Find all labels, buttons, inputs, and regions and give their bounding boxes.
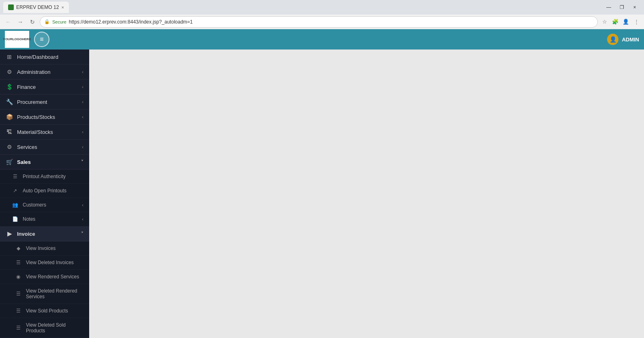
sidebar-item-label: View Invoices — [26, 245, 83, 251]
browser-actions: ☆ 🧩 👤 ⋮ — [600, 17, 641, 26]
user-name: ADMIN — [622, 37, 639, 43]
window-controls: — ❐ × — [603, 2, 641, 12]
products-icon: 📦 — [6, 114, 13, 120]
bookmark-icon[interactable]: ☆ — [600, 17, 609, 26]
sidebar-item-view-rendered-services[interactable]: ◉ View Rendered Services — [0, 270, 89, 284]
reload-button[interactable]: ↻ — [28, 17, 37, 27]
browser-tab[interactable]: ERPREV DEMO 12 × — [3, 2, 69, 13]
browser-chrome: ERPREV DEMO 12 × — ❐ × ← → ↻ 🔒 Secure ht… — [0, 0, 644, 29]
maximize-button[interactable]: ❐ — [616, 2, 628, 12]
sidebar-item-notes[interactable]: 📄 Notes ‹ — [0, 212, 89, 226]
invoice-expand-icon: ▶ — [6, 230, 13, 237]
finance-icon: 💲 — [6, 84, 13, 90]
hamburger-button[interactable]: ≡ — [34, 32, 49, 47]
sidebar-item-label: View Deleted Sold Products — [26, 322, 83, 334]
content-area — [89, 50, 644, 338]
sidebar-item-view-invoices[interactable]: ◆ View Invoices — [0, 241, 89, 256]
chevron-down-icon: ˅ — [81, 231, 83, 237]
view-invoices-icon: ◆ — [15, 245, 22, 251]
procurement-icon: 🔧 — [6, 99, 13, 105]
chevron-icon: ‹ — [82, 202, 83, 207]
sidebar-item-administration[interactable]: ⚙ Administration ‹ — [0, 65, 89, 80]
sales-icon: 🛒 — [6, 159, 13, 165]
sidebar-item-customers[interactable]: 👥 Customers ‹ — [0, 198, 89, 212]
sidebar-item-label: Auto Open Printouts — [23, 188, 83, 194]
auto-open-icon: ↗ — [11, 188, 19, 194]
extensions-icon[interactable]: 🧩 — [611, 17, 620, 26]
tab-title: ERPREV DEMO 12 — [16, 4, 59, 10]
sidebar-item-printout-authenticity[interactable]: ☰ Printout Authenticity — [0, 170, 89, 184]
sidebar-item-label: Printout Authenticity — [23, 174, 83, 179]
chevron-icon: ‹ — [82, 217, 83, 222]
browser-controls: ← → ↻ 🔒 Secure https://demo12.erprev.com… — [0, 15, 644, 29]
sidebar-item-label: Material/Stocks — [17, 129, 78, 135]
chevron-icon: ‹ — [82, 114, 83, 119]
sidebar-item-view-sold-products[interactable]: ☰ View Sold Products — [0, 304, 89, 318]
app-container: YOUR LOGO HERE ≡ 👤 ADMIN ⊞ Home/Dashboar… — [0, 29, 644, 338]
sidebar-item-label: Products/Stocks — [17, 114, 78, 120]
sidebar-item-label: Invoice — [17, 231, 77, 237]
sidebar-item-label: View Rendered Services — [26, 274, 83, 280]
secure-icon: 🔒 — [44, 19, 50, 24]
sidebar-item-label: Finance — [17, 84, 78, 90]
sidebar-item-label: Customers — [23, 202, 78, 208]
sidebar-item-home[interactable]: ⊞ Home/Dashboard — [0, 50, 89, 65]
chevron-icon: ‹ — [82, 129, 83, 134]
back-button[interactable]: ← — [3, 17, 13, 27]
view-deleted-sold-products-icon: ☰ — [15, 325, 22, 331]
sidebar-item-label: Services — [17, 144, 78, 150]
forward-button[interactable]: → — [15, 17, 25, 27]
user-avatar-icon: 👤 — [610, 36, 616, 43]
sidebar-item-view-deleted-sold-products[interactable]: ☰ View Deleted Sold Products — [0, 318, 89, 338]
account-icon[interactable]: 👤 — [621, 17, 630, 26]
sidebar-item-products-stocks[interactable]: 📦 Products/Stocks ‹ — [0, 110, 89, 125]
sidebar-item-label: View Deleted Invoices — [26, 260, 83, 265]
printout-icon: ☰ — [11, 174, 19, 179]
sidebar: ⊞ Home/Dashboard ⚙ Administration ‹ 💲 Fi… — [0, 50, 89, 338]
sidebar-item-view-deleted-rendered-services[interactable]: ☰ View Deleted Rendered Services — [0, 284, 89, 304]
chevron-icon: ‹ — [82, 84, 83, 89]
view-rendered-services-icon: ◉ — [15, 274, 22, 280]
user-section: 👤 ADMIN — [607, 34, 639, 45]
url-text: https://demo12.erprev.com:8443/index.jsp… — [69, 19, 593, 25]
minimize-button[interactable]: — — [603, 2, 615, 12]
close-window-button[interactable]: × — [629, 2, 641, 12]
browser-titlebar: ERPREV DEMO 12 × — ❐ × — [0, 0, 644, 15]
chevron-icon: ‹ — [82, 144, 83, 149]
sidebar-item-procurement[interactable]: 🔧 Procurement ‹ — [0, 95, 89, 110]
customers-icon: 👥 — [11, 202, 19, 208]
sidebar-item-auto-open-printouts[interactable]: ↗ Auto Open Printouts — [0, 184, 89, 198]
user-avatar: 👤 — [607, 34, 618, 45]
sidebar-item-label: Sales — [17, 159, 77, 165]
sidebar-item-invoice[interactable]: ▶ Invoice ˅ — [0, 226, 89, 241]
secure-label: Secure — [52, 19, 66, 24]
view-deleted-rendered-icon: ☰ — [15, 291, 22, 297]
sidebar-item-label: View Deleted Rendered Services — [26, 288, 83, 299]
home-icon: ⊞ — [6, 54, 13, 60]
sidebar-item-label: Home/Dashboard — [17, 54, 83, 60]
sidebar-item-sales[interactable]: 🛒 Sales ˅ — [0, 155, 89, 170]
services-icon: ⚙ — [6, 144, 13, 150]
sidebar-item-material-stocks[interactable]: 🏗 Material/Stocks ‹ — [0, 125, 89, 140]
view-deleted-invoices-icon: ☰ — [15, 260, 22, 265]
sidebar-item-label: Administration — [17, 69, 78, 75]
sidebar-item-label: Procurement — [17, 99, 78, 105]
main-area: ⊞ Home/Dashboard ⚙ Administration ‹ 💲 Fi… — [0, 50, 644, 338]
menu-icon[interactable]: ⋮ — [632, 17, 641, 26]
notes-icon: 📄 — [11, 216, 19, 222]
sidebar-item-view-deleted-invoices[interactable]: ☰ View Deleted Invoices — [0, 256, 89, 270]
tab-close-button[interactable]: × — [61, 5, 64, 10]
logo: YOUR LOGO HERE — [5, 31, 29, 48]
address-bar[interactable]: 🔒 Secure https://demo12.erprev.com:8443/… — [40, 16, 598, 28]
chevron-icon: ‹ — [82, 69, 83, 74]
chevron-icon: ‹ — [82, 99, 83, 104]
sidebar-item-finance[interactable]: 💲 Finance ‹ — [0, 80, 89, 95]
sidebar-item-label: Notes — [23, 216, 78, 222]
administration-icon: ⚙ — [6, 69, 13, 75]
top-navbar: YOUR LOGO HERE ≡ 👤 ADMIN — [0, 29, 644, 50]
sidebar-item-services[interactable]: ⚙ Services ‹ — [0, 140, 89, 155]
view-sold-products-icon: ☰ — [15, 308, 22, 314]
material-icon: 🏗 — [6, 129, 13, 135]
tab-favicon — [8, 4, 14, 10]
sidebar-item-label: View Sold Products — [26, 308, 83, 314]
